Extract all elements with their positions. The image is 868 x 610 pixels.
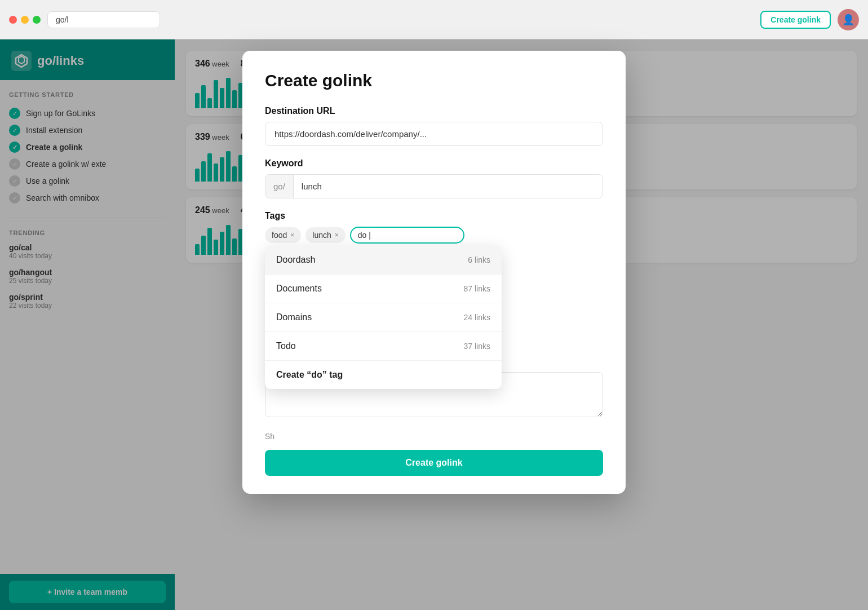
dropdown-documents-count: 87 links	[464, 284, 490, 293]
close-button-icon[interactable]	[9, 16, 17, 24]
dropdown-item-domains[interactable]: Domains 24 links	[265, 303, 502, 332]
dropdown-item-todo[interactable]: Todo 37 links	[265, 332, 502, 361]
destination-url-label: Destination URL	[265, 106, 603, 116]
maximize-button-icon[interactable]	[33, 16, 41, 24]
keyword-prefix: go/	[265, 175, 294, 198]
app-area: go/links GETTING STARTED ✓Sign up for Go…	[0, 39, 868, 610]
destination-url-group: Destination URL	[265, 106, 603, 146]
dropdown-doordash-count: 6 links	[468, 255, 490, 264]
tags-label: Tags	[265, 211, 603, 221]
address-bar[interactable]: go/l	[47, 11, 160, 28]
dropdown-doordash-label: Doordash	[276, 255, 315, 265]
traffic-lights	[9, 16, 41, 24]
dropdown-create-tag[interactable]: Create “do” tag	[265, 361, 502, 389]
dropdown-domains-label: Domains	[276, 312, 312, 322]
dropdown-todo-count: 37 links	[464, 342, 490, 351]
modal-overlay: Create golink Destination URL Keyword go…	[0, 39, 868, 610]
dropdown-documents-label: Documents	[276, 284, 322, 294]
dropdown-item-documents[interactable]: Documents 87 links	[265, 275, 502, 303]
tag-dropdown: Doordash 6 links Documents 87 links Doma…	[265, 246, 502, 389]
dropdown-domains-count: 24 links	[464, 313, 490, 322]
tags-group: Tags food × lunch × Doordash	[265, 211, 603, 244]
modal: Create golink Destination URL Keyword go…	[242, 51, 626, 494]
tag-food-remove[interactable]: ×	[290, 231, 294, 239]
tag-food: food ×	[265, 227, 301, 243]
tag-lunch: lunch ×	[305, 227, 345, 243]
submit-create-golink-button[interactable]: Create golink	[265, 450, 603, 476]
destination-url-input[interactable]	[265, 122, 603, 146]
tag-input[interactable]	[350, 227, 464, 244]
dropdown-item-doordash[interactable]: Doordash 6 links	[265, 246, 502, 275]
keyword-wrapper: go/	[265, 174, 603, 198]
avatar[interactable]: 👤	[838, 9, 859, 30]
tag-lunch-remove[interactable]: ×	[335, 231, 339, 239]
tags-container: food × lunch × Doordash 6 links	[265, 227, 603, 244]
browser-chrome: go/l Create golink 👤	[0, 0, 868, 39]
header-create-golink-button[interactable]: Create golink	[760, 11, 831, 29]
tag-food-label: food	[272, 231, 287, 240]
keyword-input[interactable]	[294, 175, 603, 198]
shared-label: Sh	[265, 432, 603, 441]
dropdown-todo-label: Todo	[276, 341, 296, 351]
minimize-button-icon[interactable]	[21, 16, 29, 24]
keyword-group: Keyword go/	[265, 158, 603, 198]
tag-lunch-label: lunch	[312, 231, 331, 240]
modal-title: Create golink	[265, 71, 603, 90]
keyword-label: Keyword	[265, 158, 603, 169]
